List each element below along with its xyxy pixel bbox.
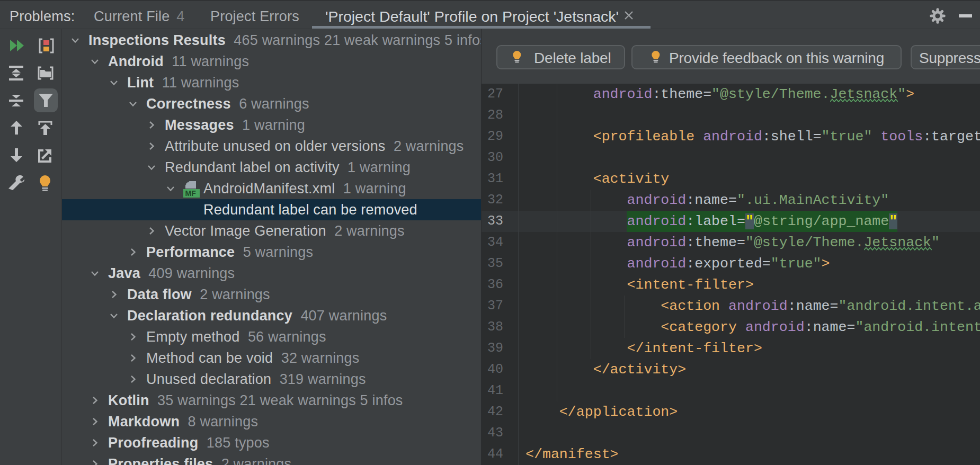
svg-text:MF: MF — [185, 189, 197, 198]
